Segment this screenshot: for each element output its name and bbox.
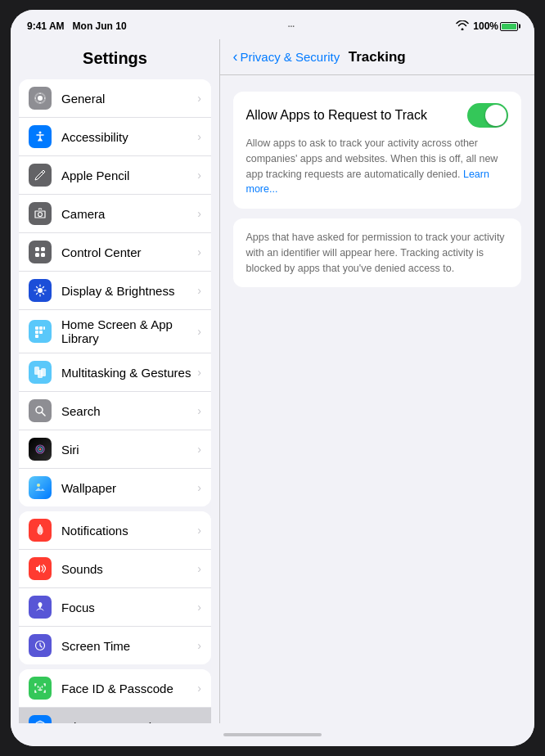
chevron-icon: › bbox=[197, 404, 201, 417]
nav-back-button[interactable]: ‹ Privacy & Security bbox=[233, 48, 340, 65]
sidebar-item-apple-pencil[interactable]: Apple Pencil › bbox=[19, 156, 211, 195]
chevron-icon: › bbox=[197, 366, 201, 379]
back-arrow-icon: ‹ bbox=[233, 48, 238, 65]
svg-rect-12 bbox=[39, 331, 43, 334]
screen-time-icon bbox=[29, 634, 52, 657]
wifi-icon bbox=[456, 20, 469, 33]
sidebar-item-label: Camera bbox=[61, 207, 194, 221]
tracking-toggle-card: Allow Apps to Request to Track Allow app… bbox=[233, 92, 522, 209]
sidebar-item-label: Multitasking & Gestures bbox=[61, 366, 194, 380]
battery-percent: 100% bbox=[473, 20, 498, 32]
svg-rect-13 bbox=[35, 335, 38, 338]
sidebar: Settings General › Accessibility › bbox=[11, 39, 219, 723]
svg-point-1 bbox=[39, 132, 42, 134]
sidebar-group-1: General › Accessibility › Apple Pencil › bbox=[19, 79, 211, 506]
chevron-icon: › bbox=[197, 207, 201, 220]
svg-point-0 bbox=[38, 96, 43, 101]
sidebar-item-siri[interactable]: Siri › bbox=[19, 430, 211, 469]
chevron-icon: › bbox=[197, 481, 201, 494]
status-center: ··· bbox=[288, 22, 295, 31]
chevron-icon: › bbox=[197, 601, 201, 614]
svg-rect-6 bbox=[41, 253, 45, 257]
chevron-icon: › bbox=[197, 284, 201, 297]
wallpaper-icon bbox=[29, 476, 52, 499]
three-dots-icon: ··· bbox=[288, 22, 295, 31]
sidebar-item-label: Home Screen & App Library bbox=[61, 317, 194, 345]
sidebar-item-label: Display & Brightness bbox=[61, 284, 194, 298]
multitasking-icon bbox=[29, 361, 52, 384]
apple-pencil-icon bbox=[29, 164, 52, 187]
sidebar-item-notifications[interactable]: Notifications › bbox=[19, 511, 211, 550]
tracking-info-card: Apps that have asked for permission to t… bbox=[233, 218, 522, 287]
svg-rect-3 bbox=[35, 247, 39, 251]
sidebar-item-label: Privacy & Security bbox=[61, 720, 194, 724]
home-bar bbox=[223, 733, 322, 736]
sidebar-item-general[interactable]: General › bbox=[19, 79, 211, 118]
sidebar-item-label: Accessibility bbox=[61, 130, 194, 144]
device: 9:41 AM Mon Jun 10 ··· 100% bbox=[11, 10, 534, 746]
chevron-icon: › bbox=[197, 169, 201, 182]
sidebar-item-screen-time[interactable]: Screen Time › bbox=[19, 627, 211, 664]
sidebar-item-search[interactable]: Search › bbox=[19, 392, 211, 430]
sidebar-item-label: Apple Pencil bbox=[61, 169, 194, 182]
svg-point-7 bbox=[38, 288, 43, 293]
sidebar-item-label: Control Center bbox=[61, 245, 194, 259]
nav-back-label: Privacy & Security bbox=[241, 50, 340, 64]
sidebar-item-privacy-security[interactable]: Privacy & Security › bbox=[19, 708, 211, 723]
sidebar-group-3: Face ID & Passcode › Privacy & Security … bbox=[19, 669, 211, 723]
sidebar-item-label: Notifications bbox=[61, 524, 194, 538]
nav-page-title: Tracking bbox=[349, 49, 406, 65]
status-right: 100% bbox=[456, 20, 518, 33]
chevron-icon: › bbox=[197, 639, 201, 652]
sidebar-item-label: Search bbox=[61, 404, 194, 418]
detail-navbar: ‹ Privacy & Security Tracking bbox=[220, 39, 535, 75]
svg-rect-11 bbox=[35, 331, 38, 334]
chevron-icon: › bbox=[197, 562, 201, 575]
status-bar: 9:41 AM Mon Jun 10 ··· 100% bbox=[11, 10, 534, 39]
search-icon bbox=[29, 399, 52, 422]
sidebar-item-control-center[interactable]: Control Center › bbox=[19, 233, 211, 272]
siri-icon bbox=[29, 438, 52, 461]
tracking-description: Allow apps to ask to track your activity… bbox=[246, 136, 509, 197]
date-display: Mon Jun 10 bbox=[73, 20, 127, 32]
chevron-icon: › bbox=[197, 524, 201, 537]
toggle-knob bbox=[485, 105, 507, 126]
tracking-info-text: Apps that have asked for permission to t… bbox=[246, 230, 509, 276]
sidebar-item-accessibility[interactable]: Accessibility › bbox=[19, 118, 211, 156]
general-icon bbox=[29, 87, 52, 110]
svg-rect-16 bbox=[41, 368, 46, 376]
sidebar-item-label: General bbox=[61, 92, 194, 106]
accessibility-icon bbox=[29, 125, 52, 148]
chevron-icon: › bbox=[197, 325, 201, 338]
battery-indicator: 100% bbox=[473, 20, 518, 32]
sidebar-item-label: Siri bbox=[61, 443, 194, 457]
chevron-icon: › bbox=[197, 682, 201, 695]
sidebar-item-focus[interactable]: Focus › bbox=[19, 588, 211, 627]
svg-rect-5 bbox=[35, 253, 39, 257]
detail-content: Allow Apps to Request to Track Allow app… bbox=[220, 75, 535, 313]
sidebar-item-label: Focus bbox=[61, 601, 194, 614]
sidebar-item-face-id[interactable]: Face ID & Passcode › bbox=[19, 669, 211, 708]
sidebar-item-label: Screen Time bbox=[61, 639, 194, 653]
allow-tracking-toggle[interactable] bbox=[467, 103, 508, 128]
sounds-icon bbox=[29, 557, 52, 580]
camera-icon bbox=[29, 202, 52, 225]
sidebar-item-display-brightness[interactable]: Display & Brightness › bbox=[19, 272, 211, 310]
chevron-icon: › bbox=[197, 443, 201, 456]
sidebar-item-label: Sounds bbox=[61, 562, 194, 576]
sidebar-item-sounds[interactable]: Sounds › bbox=[19, 550, 211, 588]
sidebar-item-home-screen[interactable]: Home Screen & App Library › bbox=[19, 310, 211, 353]
svg-rect-10 bbox=[43, 326, 45, 330]
sidebar-item-camera[interactable]: Camera › bbox=[19, 195, 211, 233]
toggle-label: Allow Apps to Request to Track bbox=[246, 108, 427, 123]
focus-icon bbox=[29, 596, 52, 619]
svg-rect-4 bbox=[41, 247, 45, 251]
sidebar-item-label: Face ID & Passcode bbox=[61, 682, 194, 695]
chevron-icon: › bbox=[197, 245, 201, 259]
sidebar-item-wallpaper[interactable]: Wallpaper › bbox=[19, 469, 211, 506]
sidebar-item-multitasking[interactable]: Multitasking & Gestures › bbox=[19, 353, 211, 392]
toggle-row: Allow Apps to Request to Track bbox=[246, 103, 509, 128]
sidebar-group-2: Notifications › Sounds › Focus › bbox=[19, 511, 211, 664]
chevron-icon: › bbox=[197, 720, 201, 723]
notifications-icon bbox=[29, 519, 52, 542]
